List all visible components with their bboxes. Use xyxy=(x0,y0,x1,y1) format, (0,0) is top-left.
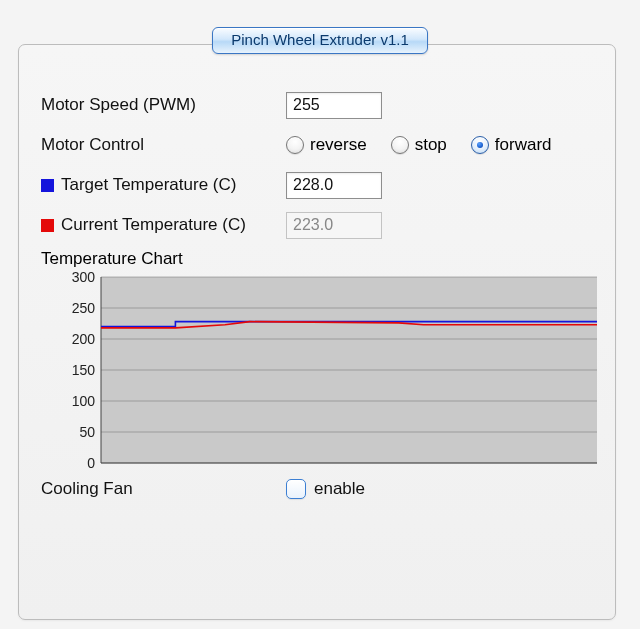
tab-extruder[interactable]: Pinch Wheel Extruder v1.1 xyxy=(212,27,428,55)
target-temp-input[interactable] xyxy=(286,172,382,199)
svg-text:250: 250 xyxy=(72,300,96,316)
radio-forward-label: forward xyxy=(495,135,552,155)
motor-control-label: Motor Control xyxy=(41,135,144,155)
svg-text:100: 100 xyxy=(72,393,96,409)
current-temp-swatch xyxy=(41,219,54,232)
radio-stop-label: stop xyxy=(415,135,447,155)
motor-speed-label: Motor Speed (PWM) xyxy=(41,95,196,115)
radio-reverse[interactable]: reverse xyxy=(286,135,367,155)
radio-reverse-label: reverse xyxy=(310,135,367,155)
row-motor-control: Motor Control reverse stop forward xyxy=(41,125,593,165)
cooling-fan-option-label: enable xyxy=(314,479,365,499)
svg-text:0: 0 xyxy=(87,455,95,471)
row-cooling-fan: Cooling Fan enable xyxy=(41,479,593,499)
row-target-temp: Target Temperature (C) xyxy=(41,165,593,205)
row-current-temp: Current Temperature (C) xyxy=(41,205,593,245)
radio-icon xyxy=(391,136,409,154)
temperature-chart: 050100150200250300 xyxy=(41,271,601,471)
row-motor-speed: Motor Speed (PWM) xyxy=(41,85,593,125)
current-temp-label: Current Temperature (C) xyxy=(61,215,246,235)
motor-control-radio-group: reverse stop forward xyxy=(286,135,552,155)
svg-text:200: 200 xyxy=(72,331,96,347)
radio-icon xyxy=(286,136,304,154)
motor-speed-input[interactable] xyxy=(286,92,382,119)
svg-text:150: 150 xyxy=(72,362,96,378)
cooling-fan-label: Cooling Fan xyxy=(41,479,133,499)
cooling-fan-checkbox[interactable] xyxy=(286,479,306,499)
radio-stop[interactable]: stop xyxy=(391,135,447,155)
target-temp-label: Target Temperature (C) xyxy=(61,175,236,195)
temperature-chart-svg: 050100150200250300 xyxy=(41,271,601,471)
radio-icon xyxy=(471,136,489,154)
radio-forward[interactable]: forward xyxy=(471,135,552,155)
target-temp-swatch xyxy=(41,179,54,192)
extruder-panel: Motor Speed (PWM) Motor Control reverse … xyxy=(18,44,616,620)
tab-label: Pinch Wheel Extruder v1.1 xyxy=(231,31,409,48)
chart-title: Temperature Chart xyxy=(41,249,593,269)
current-temp-display xyxy=(286,212,382,239)
svg-text:300: 300 xyxy=(72,271,96,285)
svg-text:50: 50 xyxy=(79,424,95,440)
